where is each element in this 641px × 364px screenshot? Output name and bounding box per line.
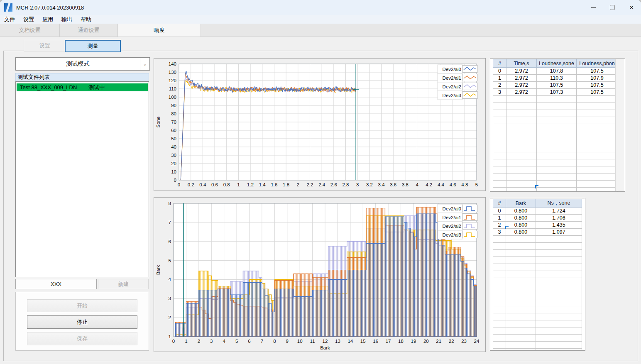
loudness-table[interactable]: #Time,sLoudness,soneLoudness,phon02.9721… — [493, 59, 618, 192]
table-cell[interactable] — [493, 327, 506, 335]
table-cell[interactable] — [493, 152, 506, 159]
table-row[interactable] — [493, 188, 618, 192]
table-cell[interactable] — [536, 271, 582, 278]
stop-button[interactable]: 停止 — [27, 315, 137, 329]
tab-loudness[interactable]: 响度 — [118, 24, 201, 37]
subtab-settings[interactable]: 设置 — [24, 40, 66, 51]
table-cell[interactable]: 2.972 — [506, 68, 537, 75]
table-cell[interactable] — [577, 138, 618, 145]
table-row[interactable] — [493, 110, 618, 117]
table-row[interactable] — [493, 173, 618, 181]
tab-channel-settings[interactable]: 通道设置 — [60, 24, 118, 37]
table-cell[interactable] — [536, 306, 582, 313]
legend-label[interactable]: Dev2/ai2 — [443, 224, 461, 229]
table-cell[interactable] — [493, 173, 506, 181]
table-cell[interactable] — [536, 257, 582, 264]
table-row[interactable] — [493, 257, 582, 264]
table-cell[interactable]: 0 — [493, 208, 506, 215]
table-cell[interactable] — [536, 299, 582, 306]
table-row[interactable] — [493, 327, 582, 335]
table-cell[interactable]: 0 — [493, 68, 506, 75]
table-row[interactable]: 02.972107.8107.5 — [493, 68, 618, 75]
table-cell[interactable] — [493, 188, 506, 192]
legend-label[interactable]: Dev2/ai1 — [443, 76, 461, 81]
table-cell[interactable] — [506, 271, 536, 278]
table-cell[interactable]: 107.3 — [537, 89, 577, 96]
table-cell[interactable] — [506, 327, 536, 335]
table-cell[interactable] — [493, 257, 506, 264]
table-cell[interactable] — [493, 103, 506, 110]
legend-label[interactable]: Dev2/ai3 — [443, 93, 461, 98]
table-cell[interactable] — [577, 152, 618, 159]
table-cell[interactable] — [506, 320, 536, 327]
table-cell[interactable] — [506, 181, 537, 188]
table-row[interactable] — [493, 166, 618, 173]
table-row[interactable] — [493, 335, 582, 342]
table-row[interactable] — [493, 292, 582, 299]
table-cell[interactable] — [536, 264, 582, 271]
table-cell[interactable] — [506, 306, 536, 313]
list-item-test-file[interactable]: Test 88_XXX_009_LDN 测试中 — [17, 83, 148, 91]
table-cell[interactable] — [537, 138, 577, 145]
table-row[interactable] — [493, 96, 618, 103]
table-row[interactable] — [493, 159, 618, 166]
table-row[interactable] — [493, 278, 582, 285]
table-cell[interactable] — [493, 96, 506, 103]
table-cell[interactable] — [506, 250, 536, 257]
menu-settings[interactable]: 设置 — [19, 16, 38, 23]
table-cell[interactable] — [493, 292, 506, 299]
table-cell[interactable] — [577, 173, 618, 181]
close-button[interactable]: ✕ — [622, 0, 641, 15]
table-cell[interactable] — [493, 313, 506, 320]
table-row[interactable] — [493, 243, 582, 250]
table-cell[interactable] — [506, 124, 537, 131]
table-cell[interactable] — [536, 285, 582, 292]
table-cell[interactable] — [506, 152, 537, 159]
table-cell[interactable] — [536, 320, 582, 327]
table-cell[interactable]: 3 — [493, 89, 506, 96]
table-cell[interactable] — [577, 124, 618, 131]
table-cell[interactable] — [493, 117, 506, 124]
table-cell[interactable] — [577, 159, 618, 166]
table-cell[interactable] — [493, 264, 506, 271]
table-cell[interactable]: 2 — [493, 222, 506, 229]
table-cell[interactable]: 1 — [493, 215, 506, 222]
table-row[interactable] — [493, 285, 582, 292]
table-cell[interactable] — [536, 243, 582, 250]
table-cell[interactable] — [577, 110, 618, 117]
table-row[interactable] — [493, 103, 618, 110]
table-cell[interactable]: 2 — [493, 82, 506, 89]
table-row[interactable] — [493, 138, 618, 145]
table-cell[interactable] — [506, 299, 536, 306]
table-row[interactable] — [493, 236, 582, 243]
table-cell[interactable] — [506, 292, 536, 299]
table-cell[interactable] — [493, 110, 506, 117]
maximize-button[interactable] — [603, 0, 622, 15]
table-cell[interactable] — [506, 96, 537, 103]
table-cell[interactable] — [506, 313, 536, 320]
table-cell[interactable] — [577, 188, 618, 192]
column-header[interactable]: # — [493, 59, 506, 68]
table-cell[interactable] — [493, 349, 506, 351]
table-cell[interactable] — [506, 349, 536, 351]
table-cell[interactable] — [537, 110, 577, 117]
table-row[interactable]: 12.972110.3107.9 — [493, 75, 618, 82]
table-cell[interactable]: 107.5 — [577, 89, 618, 96]
table-row[interactable] — [493, 124, 618, 131]
table-cell[interactable]: 107.9 — [577, 75, 618, 82]
tab-document-settings[interactable]: 文档设置 — [0, 24, 60, 37]
table-cell[interactable] — [493, 159, 506, 166]
table-cell[interactable] — [493, 236, 506, 243]
table-row[interactable] — [493, 313, 582, 320]
table-row[interactable]: 30.8001.097 — [493, 229, 582, 236]
table-cell[interactable]: 0.800 — [506, 229, 536, 236]
table-row[interactable] — [493, 306, 582, 313]
table-cell[interactable] — [577, 131, 618, 138]
legend-label[interactable]: Dev2/ai3 — [443, 232, 461, 237]
table-cell[interactable] — [506, 285, 536, 292]
table-cell[interactable] — [537, 103, 577, 110]
table-cell[interactable]: 0.800 — [506, 208, 536, 215]
table-cell[interactable] — [506, 138, 537, 145]
table-cell[interactable]: 107.5 — [577, 82, 618, 89]
bark-table[interactable]: #BarkNs，sone00.8001.72410.8001.70620.800… — [493, 199, 582, 351]
